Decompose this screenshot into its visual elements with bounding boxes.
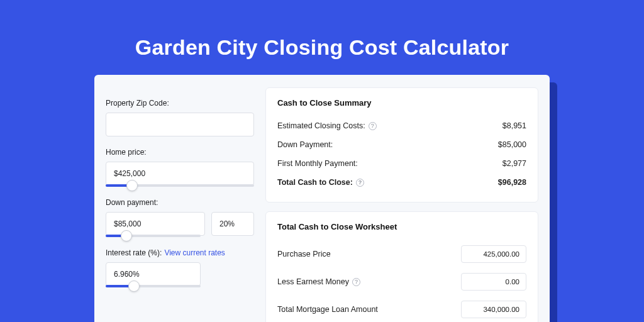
summary-card: Cash to Close Summary Estimated Closing … [265,87,538,203]
rate-slider-thumb[interactable] [128,280,140,292]
summary-row-label: First Monthly Payment: [277,159,358,168]
label-text: Purchase Price [277,250,331,258]
worksheet-row-label: Less Earnest Money? [277,277,360,286]
worksheet-card: Total Cash to Close Worksheet Purchase P… [265,211,538,322]
worksheet-row: Purchase Price [277,240,526,268]
help-icon[interactable]: ? [356,179,364,187]
summary-heading: Cash to Close Summary [277,98,526,108]
label-text: Down Payment: [277,140,333,149]
home-price-slider-thumb[interactable] [126,180,138,191]
worksheet-row: Less Earnest Money? [277,268,526,296]
label-text: Total Cash to Close: [277,178,353,187]
rate-input[interactable] [106,262,201,286]
worksheet-row: Total Mortgage Loan Amount [277,296,526,322]
summary-value: $85,000 [498,140,526,149]
label-text: Total Mortgage Loan Amount [277,305,378,314]
summary-row-label: Total Cash to Close:? [277,178,364,187]
summary-row: Total Cash to Close:?$96,928 [277,173,526,192]
worksheet-row-label: Purchase Price [277,250,331,258]
down-payment-input[interactable] [106,212,205,236]
home-price-field: Home price: [106,148,254,187]
rate-label: Interest rate (%): [106,248,162,257]
view-rates-link[interactable]: View current rates [164,248,225,257]
summary-rows: Estimated Closing Costs:?$8,951Down Paym… [277,116,526,192]
zip-field: Property Zip Code: [106,99,254,136]
help-icon[interactable]: ? [369,122,377,130]
rate-label-row: Interest rate (%): View current rates [106,248,254,257]
summary-value: $96,928 [498,178,526,187]
down-payment-field: Down payment: [106,198,254,237]
down-payment-pct-input[interactable] [211,212,254,236]
summary-row-label: Down Payment: [277,140,333,149]
home-price-slider[interactable] [106,184,254,187]
zip-label: Property Zip Code: [106,99,254,108]
home-price-label: Home price: [106,148,254,157]
summary-row: Estimated Closing Costs:?$8,951 [277,116,526,135]
page-title: Garden City Closing Cost Calculator [0,0,644,60]
label-text: Estimated Closing Costs: [277,121,365,130]
help-icon[interactable]: ? [352,278,360,286]
worksheet-value-input[interactable] [461,301,526,318]
inputs-column: Property Zip Code: Home price: Down paym… [106,87,254,322]
worksheet-rows: Purchase PriceLess Earnest Money?Total M… [277,240,526,322]
worksheet-row-label: Total Mortgage Loan Amount [277,305,378,314]
calculator-panel: Property Zip Code: Home price: Down paym… [94,75,550,322]
results-column: Cash to Close Summary Estimated Closing … [265,87,538,322]
zip-input[interactable] [106,113,254,136]
worksheet-value-input[interactable] [461,273,526,291]
down-payment-slider-thumb[interactable] [121,230,132,242]
rate-slider[interactable] [106,285,201,287]
label-text: Less Earnest Money [277,277,349,286]
summary-row: Down Payment:$85,000 [277,135,526,154]
label-text: First Monthly Payment: [277,159,358,168]
down-payment-slider[interactable] [106,235,201,237]
worksheet-value-input[interactable] [461,245,526,263]
down-payment-label: Down payment: [106,198,254,207]
summary-value: $2,977 [502,159,526,168]
summary-row: First Monthly Payment:$2,977 [277,154,526,173]
summary-row-label: Estimated Closing Costs:? [277,121,377,130]
summary-value: $8,951 [502,121,526,130]
rate-field: Interest rate (%): View current rates [106,248,254,287]
worksheet-heading: Total Cash to Close Worksheet [277,222,526,231]
